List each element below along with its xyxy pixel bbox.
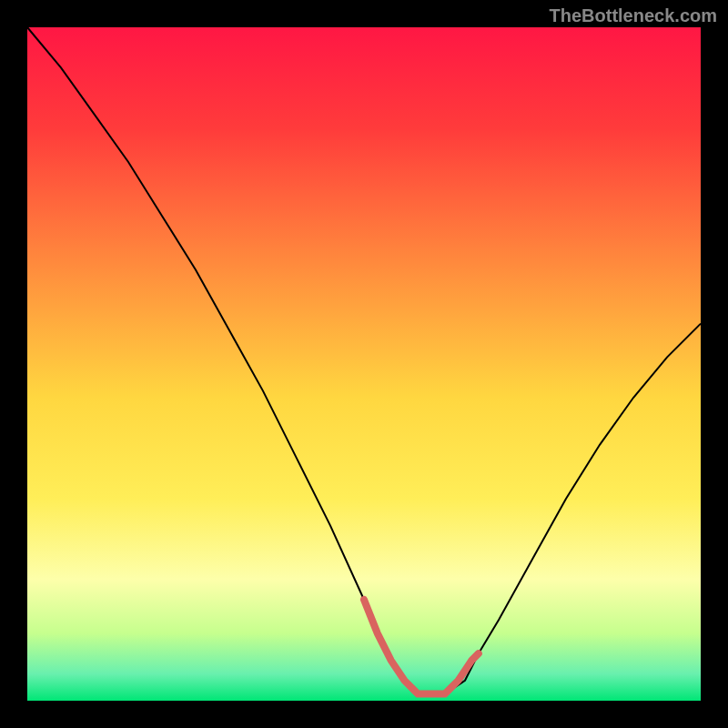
bottleneck-chart xyxy=(0,0,728,728)
chart-container: TheBottleneck.com xyxy=(0,0,728,728)
watermark-text: TheBottleneck.com xyxy=(550,5,717,26)
